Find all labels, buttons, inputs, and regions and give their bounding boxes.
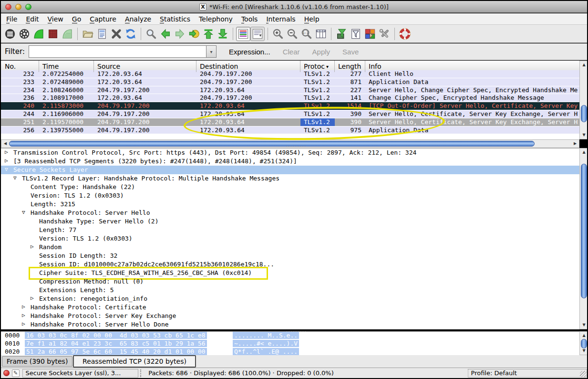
packet-list-hscrollbar[interactable]: ◀ ▶ bbox=[1, 139, 579, 148]
filter-input[interactable] bbox=[29, 45, 206, 58]
start-capture-icon[interactable] bbox=[31, 27, 46, 41]
tab-frame[interactable]: Frame (390 bytes) bbox=[2, 356, 72, 367]
capture-filter-icon[interactable] bbox=[334, 27, 349, 41]
scroll-thumb[interactable] bbox=[581, 164, 587, 298]
collapse-icon[interactable]: ▽ bbox=[5, 166, 8, 172]
menu-view[interactable]: View bbox=[43, 15, 68, 23]
detail-line-16[interactable]: Extensions Length: 5 bbox=[1, 286, 579, 295]
goto-packet-icon[interactable] bbox=[187, 27, 201, 41]
scroll-up-icon[interactable]: ▲ bbox=[580, 62, 588, 68]
filter-dropdown-icon[interactable]: ▾ bbox=[206, 45, 217, 58]
restart-capture-icon[interactable] bbox=[60, 27, 74, 41]
display-filter-icon[interactable] bbox=[349, 27, 363, 41]
detail-line-10[interactable]: Version: TLS 1.2 (0x0303) bbox=[1, 234, 579, 243]
scroll-down-icon[interactable]: ▼ bbox=[580, 322, 588, 328]
scroll-thumb[interactable] bbox=[581, 105, 587, 122]
expand-icon[interactable]: ▷ bbox=[22, 304, 25, 310]
menu-edit[interactable]: Edit bbox=[21, 15, 43, 23]
detail-line-0[interactable]: ▷Transmission Control Protocol, Src Port… bbox=[1, 148, 579, 157]
detail-line-9[interactable]: Length: 77 bbox=[1, 226, 579, 234]
menu-help[interactable]: Help bbox=[300, 15, 324, 23]
hex-bytes[interactable]: 51 2a 66 05 97 5e 6c 60 15 45 40 20 d1 0… bbox=[25, 348, 207, 355]
menu-file[interactable]: File bbox=[2, 15, 21, 23]
find-icon[interactable] bbox=[144, 27, 158, 41]
resize-grip[interactable] bbox=[580, 371, 587, 378]
packet-row-232[interactable]: 2322.072254000172.20.93.64204.79.197.200… bbox=[1, 70, 579, 78]
capture-comment-icon[interactable]: ✎ bbox=[12, 369, 20, 377]
expand-icon[interactable]: ▷ bbox=[5, 158, 8, 164]
detail-line-6[interactable]: Length: 3215 bbox=[1, 200, 579, 209]
detail-line-7[interactable]: ▽Handshake Protocol: Server Hello bbox=[1, 209, 579, 217]
hex-ascii[interactable]: ........ M..S.e.. bbox=[233, 332, 299, 339]
scroll-thumb[interactable] bbox=[581, 339, 587, 348]
scroll-up-icon[interactable]: ▲ bbox=[580, 149, 588, 156]
capture-options-icon[interactable] bbox=[17, 27, 31, 41]
expression-button[interactable]: Expression... bbox=[229, 48, 270, 56]
scroll-down-icon[interactable]: ▼ bbox=[580, 347, 588, 354]
menu-telephony[interactable]: Telephony bbox=[195, 15, 237, 23]
resize-columns-icon[interactable] bbox=[314, 27, 328, 41]
zoom-normal-icon[interactable]: 1:1 bbox=[299, 27, 314, 41]
colorize-toggle[interactable] bbox=[236, 27, 250, 41]
expand-icon[interactable]: ▷ bbox=[5, 149, 8, 155]
hex-vscrollbar[interactable]: ▲ ▼ bbox=[579, 331, 588, 355]
zoom-in-icon[interactable] bbox=[271, 27, 285, 41]
preferences-icon[interactable] bbox=[377, 27, 392, 41]
coloring-rules-icon[interactable] bbox=[363, 27, 377, 41]
menu-statistics[interactable]: Statistics bbox=[155, 15, 195, 23]
detail-line-20[interactable]: ▷Handshake Protocol: Server Hello Done bbox=[1, 320, 579, 329]
help-icon[interactable] bbox=[398, 27, 412, 41]
hex-bytes[interactable]: 7e f1 a1 82 04 e1 23 3c 65 83 c5 01 1b 2… bbox=[25, 340, 207, 347]
expand-icon[interactable]: ▷ bbox=[31, 295, 34, 301]
go-bottom-icon[interactable] bbox=[216, 27, 230, 41]
packet-row-236[interactable]: 2362.108917000172.20.93.64204.79.197.200… bbox=[1, 94, 579, 102]
detail-line-1[interactable]: ▷[3 Reassembled TCP Segments (3220 bytes… bbox=[1, 157, 579, 166]
packet-list-vscrollbar[interactable]: ▲ ▼ bbox=[579, 61, 588, 139]
scroll-down-icon[interactable]: ▼ bbox=[580, 132, 588, 138]
apply-button[interactable]: Apply bbox=[312, 48, 330, 56]
packet-row-240[interactable]: 2402.115873000204.79.197.200172.20.93.64… bbox=[1, 102, 579, 110]
detail-line-2[interactable]: ▽Secure Sockets Layer bbox=[1, 166, 579, 174]
save-button[interactable]: Save bbox=[342, 48, 359, 56]
expand-icon[interactable]: ▷ bbox=[31, 243, 34, 250]
save-file-icon[interactable] bbox=[95, 27, 109, 41]
scroll-up-icon[interactable]: ▲ bbox=[580, 332, 588, 339]
reload-icon[interactable] bbox=[124, 27, 138, 41]
details-vscrollbar[interactable]: ▲ ▼ bbox=[579, 148, 588, 329]
detail-line-11[interactable]: ▷Random bbox=[1, 243, 579, 252]
detail-line-18[interactable]: ▷Handshake Protocol: Certificate bbox=[1, 303, 579, 312]
packet-row-251[interactable]: 2512.119570000204.79.197.200172.20.93.64… bbox=[1, 118, 579, 126]
expand-icon[interactable]: ▷ bbox=[22, 312, 25, 318]
expert-info-icon[interactable] bbox=[3, 370, 10, 376]
detail-line-12[interactable]: Session ID Length: 32 bbox=[1, 252, 579, 260]
expand-icon[interactable]: ▷ bbox=[22, 321, 25, 327]
collapse-icon[interactable]: ▽ bbox=[22, 209, 25, 215]
scroll-thumb[interactable] bbox=[9, 141, 535, 147]
detail-line-15[interactable]: Compression Method: null (0) bbox=[1, 277, 579, 286]
interfaces-icon[interactable] bbox=[3, 27, 17, 41]
clear-button[interactable]: Clear bbox=[283, 48, 300, 56]
scroll-left-icon[interactable]: ◀ bbox=[2, 140, 9, 147]
packet-row-234[interactable]: 2342.108246000204.79.197.200172.20.93.64… bbox=[1, 86, 579, 95]
detail-line-13[interactable]: Session ID: d1010000c27a7b02dc2ce630691f… bbox=[1, 260, 579, 269]
forward-icon[interactable] bbox=[173, 27, 187, 41]
go-top-icon[interactable] bbox=[201, 27, 216, 41]
detail-line-5[interactable]: Version: TLS 1.2 (0x0303) bbox=[1, 191, 579, 200]
autoscroll-toggle[interactable] bbox=[250, 27, 265, 41]
detail-line-19[interactable]: ▷Handshake Protocol: Server Key Exchange bbox=[1, 312, 579, 320]
packet-row-233[interactable]: 2332.072489000172.20.93.64204.79.197.200… bbox=[1, 78, 579, 86]
hex-ascii[interactable]: ~.....#< e....).V bbox=[233, 340, 299, 347]
tab-reassembled-tcp[interactable]: Reassembled TCP (3220 bytes) bbox=[73, 355, 196, 368]
packet-row-244[interactable]: 2442.116906000204.79.197.200172.20.93.64… bbox=[1, 110, 579, 118]
hex-bytes[interactable]: 16 03 03 0c 8f 02 00 00 4d 03 03 53 cb 6… bbox=[25, 332, 207, 339]
detail-line-3[interactable]: ▽TLSv1.2 Record Layer: Handshake Protoco… bbox=[1, 174, 579, 183]
detail-line-8[interactable]: Handshake Type: Server Hello (2) bbox=[1, 217, 579, 226]
detail-line-4[interactable]: Content Type: Handshake (22) bbox=[1, 183, 579, 191]
scroll-right-icon[interactable]: ▶ bbox=[572, 140, 578, 147]
stop-capture-icon[interactable] bbox=[46, 27, 60, 41]
back-icon[interactable] bbox=[158, 27, 173, 41]
detail-line-17[interactable]: ▷Extension: renegotiation_info bbox=[1, 295, 579, 303]
packet-row-256[interactable]: 2562.139755000204.79.197.200172.20.93.64… bbox=[1, 126, 579, 135]
detail-line-14[interactable]: Cipher Suite: TLS_ECDHE_RSA_WITH_AES_256… bbox=[1, 269, 579, 277]
menu-analyze[interactable]: Analyze bbox=[121, 15, 155, 23]
